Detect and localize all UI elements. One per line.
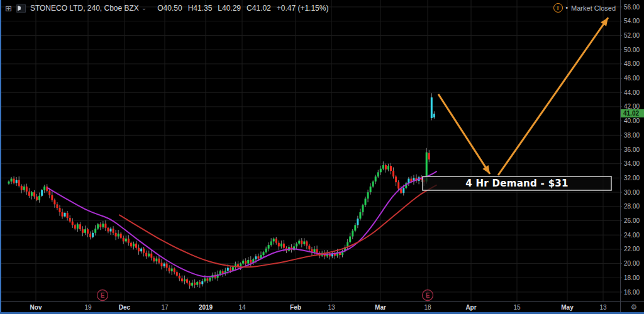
candle: [375, 176, 377, 181]
candle: [303, 241, 305, 244]
candle: [278, 243, 280, 247]
candle: [169, 268, 170, 271]
candle: [118, 234, 119, 237]
candle: [135, 244, 137, 248]
candle: [166, 264, 168, 268]
ohlc-close: C41.02: [247, 4, 271, 13]
candle: [314, 249, 316, 252]
chevron-down-icon: ⌄: [142, 4, 147, 11]
price-chart-canvas[interactable]: EE56.0054.0052.0050.0048.0046.0044.0042.…: [0, 0, 644, 314]
trend-arrow-head: [482, 165, 490, 174]
trend-arrow-line[interactable]: [498, 18, 608, 175]
candle: [82, 229, 84, 233]
candle: [354, 225, 356, 230]
price-axis-label: 34.00: [624, 160, 640, 167]
candle: [242, 261, 244, 264]
candle: [11, 179, 13, 182]
demand-zone-label[interactable]: 4 Hr Demand - $31: [423, 176, 611, 190]
candle: [219, 271, 221, 274]
price-axis-label: 28.00: [624, 203, 640, 210]
candle: [199, 282, 201, 284]
candle: [301, 241, 303, 244]
time-axis-label: Mar: [375, 304, 386, 311]
candle: [62, 212, 64, 217]
candle: [367, 192, 369, 198]
price-axis-label: 46.00: [624, 75, 640, 82]
price-axis-label: 40.00: [624, 117, 640, 124]
price-axis-label: 56.00: [624, 4, 640, 11]
candle: [145, 253, 147, 257]
candle: [186, 279, 188, 283]
price-axis-label: 48.00: [624, 60, 640, 67]
time-axis-label: Apr: [465, 304, 476, 311]
candle: [204, 278, 206, 281]
trend-arrow-line[interactable]: [438, 94, 490, 174]
ohlc-low: L40.29: [218, 4, 241, 13]
candle: [431, 97, 433, 118]
candle: [191, 283, 193, 286]
candle: [87, 229, 89, 234]
status-dot-icon: •: [566, 4, 569, 11]
candle: [316, 249, 318, 253]
candle: [133, 244, 135, 247]
candle: [250, 260, 252, 263]
candle: [115, 233, 117, 237]
candle: [196, 282, 198, 285]
candle: [390, 166, 392, 171]
price-axis-label: 52.00: [624, 32, 640, 39]
candle: [161, 263, 163, 266]
candle: [138, 248, 140, 252]
symbol-button[interactable]: STONECO LTD, 240, Cboe BZX ⌄: [30, 4, 147, 13]
time-axis-label: 17: [161, 304, 169, 311]
candle: [94, 229, 96, 233]
candle: [171, 269, 173, 272]
candle: [51, 195, 53, 200]
candle: [128, 239, 130, 243]
ohlc-change: +0.47 (+1.15%): [277, 4, 329, 13]
candle: [107, 228, 109, 232]
time-axis-label: 18: [424, 304, 431, 311]
candle: [263, 252, 265, 255]
candle: [395, 176, 397, 182]
candle: [306, 241, 308, 246]
candle: [26, 187, 28, 192]
earnings-marker-label: E: [101, 292, 105, 299]
candle: [189, 283, 191, 286]
grid-plus-icon[interactable]: ⊞: [5, 4, 12, 13]
price-axis-label: 20.00: [624, 260, 640, 267]
candle: [362, 205, 364, 212]
candle: [164, 264, 165, 267]
candle: [130, 243, 132, 247]
market-status-badge: ! • Market Closed: [553, 3, 616, 13]
candle: [380, 169, 382, 173]
trend-arrow-head: [601, 18, 608, 26]
candle: [179, 276, 180, 279]
candle: [296, 244, 297, 247]
candle: [273, 239, 275, 242]
candle: [125, 239, 127, 242]
candle: [21, 186, 23, 190]
candle: [8, 181, 10, 183]
candle: [79, 224, 81, 229]
warning-icon[interactable]: !: [553, 3, 563, 13]
candle: [89, 234, 91, 237]
candle: [265, 249, 267, 252]
candle: [28, 192, 30, 196]
candle: [33, 192, 35, 197]
candle: [201, 281, 203, 284]
candle: [92, 233, 94, 237]
time-axis-label: 15: [513, 304, 521, 311]
market-status-label: Market Closed: [571, 4, 616, 12]
candle: [140, 249, 142, 252]
candle: [227, 268, 229, 271]
price-axis-label: 24.00: [624, 232, 640, 239]
ohlc-readout: O40.50 H41.35 L40.29 C41.02 +0.47 (+1.15…: [157, 4, 328, 13]
time-axis-label: Dec: [119, 304, 131, 311]
price-axis-label: 38.00: [624, 132, 640, 139]
time-axis-label: Feb: [290, 304, 301, 311]
gear-icon[interactable]: ⚙: [626, 302, 641, 312]
price-axis-label: 32.00: [624, 175, 640, 181]
candle: [298, 241, 300, 244]
candle: [392, 171, 394, 176]
candle: [352, 230, 353, 236]
